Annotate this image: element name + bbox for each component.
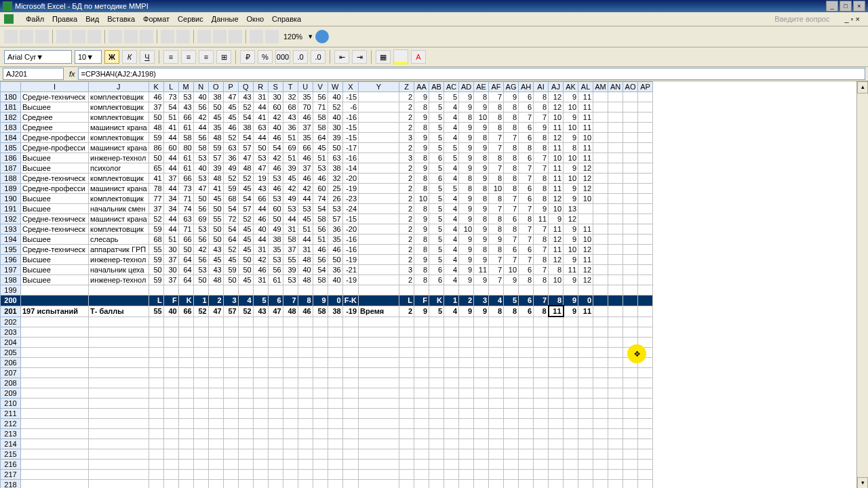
cell[interactable]: -17 [342,143,358,153]
cell[interactable] [328,388,342,399]
cell[interactable]: 4 [444,194,459,204]
cell[interactable] [163,429,178,439]
cell[interactable] [193,399,208,409]
row-header-190[interactable]: 190 [1,194,21,204]
cell[interactable]: 10 [578,194,593,204]
cell[interactable] [298,449,313,460]
cell[interactable] [253,409,268,419]
cell[interactable] [342,285,358,296]
cell[interactable] [429,348,444,358]
cell[interactable]: 43 [208,245,223,255]
cell[interactable]: 45 [208,255,223,265]
cell[interactable] [489,317,504,327]
cell[interactable] [89,439,149,449]
cell[interactable]: 8 [489,194,504,204]
cell[interactable]: Высшее [21,194,89,204]
cell[interactable] [283,409,298,419]
close-button[interactable]: × [853,1,865,12]
cell[interactable] [504,285,519,296]
cell[interactable]: 7 [489,275,504,285]
cell[interactable]: 8 [489,306,504,317]
cell[interactable] [359,214,399,224]
cell[interactable]: 6 [519,245,534,255]
cell[interactable] [489,378,504,388]
cell[interactable] [608,275,623,285]
cell[interactable] [193,338,208,348]
cell[interactable] [208,460,223,470]
cell[interactable]: 8 [504,224,519,235]
row-header-203[interactable]: 203 [1,327,21,338]
cell[interactable] [593,296,608,306]
cell[interactable]: 10 [474,113,489,123]
cell[interactable] [608,399,623,409]
cell[interactable] [342,480,358,489]
cell[interactable]: комплектовщик [89,194,149,204]
cell[interactable] [593,194,608,204]
cell[interactable]: 40 [253,224,268,235]
cell[interactable] [549,388,564,399]
cell[interactable]: Время [359,306,399,317]
col-header-Q[interactable]: Q [238,82,253,92]
cell[interactable] [623,265,638,275]
cell[interactable]: 9 [564,255,578,265]
cell[interactable] [208,348,223,358]
cell[interactable]: 53 [193,153,208,163]
cell[interactable] [328,470,342,480]
cell[interactable] [238,449,253,460]
cell[interactable]: 60 [268,102,283,113]
cell[interactable] [608,317,623,327]
cell[interactable] [359,368,399,378]
cell[interactable] [564,327,578,338]
cell[interactable]: 9 [459,153,474,163]
cell[interactable]: 55 [149,306,163,317]
cell[interactable] [564,378,578,388]
cell[interactable] [178,338,193,348]
cell[interactable]: 13 [564,204,578,214]
col-header-T[interactable]: T [283,82,298,92]
cell[interactable]: 7 [489,265,504,275]
cell[interactable] [89,327,149,338]
cell[interactable]: 11 [549,163,564,174]
cell[interactable] [429,327,444,338]
cell[interactable] [223,378,238,388]
cell[interactable] [638,480,653,489]
cell[interactable] [459,378,474,388]
cell[interactable] [608,460,623,470]
cell[interactable] [89,296,149,306]
cell[interactable] [193,285,208,296]
cell[interactable]: 6 [504,245,519,255]
row-header-206[interactable]: 206 [1,358,21,368]
cell[interactable] [283,348,298,358]
cell[interactable] [429,419,444,429]
cell[interactable] [149,388,163,399]
cell[interactable]: 50 [208,235,223,245]
cell[interactable]: 74 [313,194,328,204]
cell[interactable]: 53 [268,255,283,265]
cell[interactable]: 64 [178,275,193,285]
cell[interactable]: 1 [193,296,208,306]
cell[interactable]: 53 [283,275,298,285]
cell[interactable] [238,460,253,470]
cell[interactable] [474,285,489,296]
cell[interactable]: 7 [489,204,504,214]
cell[interactable]: 35 [268,245,283,255]
cell[interactable]: Средне-техническ [21,224,89,235]
cell[interactable]: 11 [564,265,578,275]
cell[interactable] [504,460,519,470]
cell[interactable] [342,419,358,429]
cell[interactable] [328,338,342,348]
cell[interactable] [149,460,163,470]
cell[interactable]: 2 [399,306,414,317]
paste-button[interactable] [140,30,153,43]
cell[interactable]: 5 [429,194,444,204]
cell[interactable] [89,399,149,409]
cell[interactable]: 52 [238,306,253,317]
cell[interactable] [178,419,193,429]
cell[interactable] [359,449,399,460]
cell[interactable]: 9 [459,102,474,113]
cell[interactable]: Высшее [21,265,89,275]
cell[interactable]: 8 [459,113,474,123]
spreadsheet-grid[interactable]: IJKLMNOPQRSTUVWXYZAAABACADAEAFAGAHAIAJAK… [0,81,868,488]
cell[interactable] [149,338,163,348]
cell[interactable] [313,285,328,296]
